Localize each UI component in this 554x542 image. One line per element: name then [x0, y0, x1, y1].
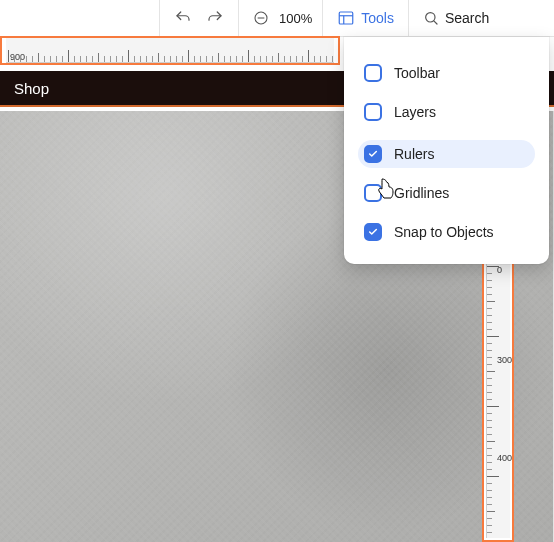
zoom-group: 100% [239, 0, 323, 36]
tools-item-rulers[interactable]: Rulers [358, 140, 535, 168]
v-ruler-label: 0 [497, 265, 502, 275]
search-button[interactable]: Search [419, 0, 493, 37]
tools-dropdown: ToolbarLayers RulersGridlinesSnap to Obj… [344, 37, 549, 264]
tools-item-snap-to-objects[interactable]: Snap to Objects [358, 218, 535, 246]
svg-rect-2 [340, 12, 354, 24]
tools-item-label: Gridlines [394, 185, 449, 201]
history-group [160, 0, 239, 36]
checkbox-icon [364, 184, 382, 202]
svg-line-6 [434, 21, 437, 24]
tools-item-toolbar[interactable]: Toolbar [358, 59, 535, 87]
panel-icon [337, 9, 355, 27]
v-ruler-label: 300 [497, 355, 512, 365]
checkbox-icon [364, 103, 382, 121]
search-group: Search [409, 0, 503, 36]
horizontal-ruler: 900 [6, 38, 334, 63]
tools-item-label: Toolbar [394, 65, 440, 81]
v-ruler-label: 400 [497, 453, 512, 463]
checkbox-icon [364, 223, 382, 241]
tools-item-label: Rulers [394, 146, 434, 162]
tools-button-label: Tools [361, 10, 394, 26]
zoom-out-button[interactable] [249, 0, 273, 37]
search-icon [423, 10, 439, 26]
tools-item-label: Layers [394, 104, 436, 120]
vertical-ruler: 0300400 [486, 262, 510, 538]
zoom-level[interactable]: 100% [279, 11, 312, 26]
vertical-ruler-highlight: 0300400 [482, 258, 514, 542]
tools-group: Tools [323, 0, 409, 36]
zoom-out-icon [253, 10, 269, 26]
undo-icon [174, 9, 192, 27]
redo-button[interactable] [202, 0, 228, 37]
search-button-label: Search [445, 10, 489, 26]
undo-button[interactable] [170, 0, 196, 37]
redo-icon [206, 9, 224, 27]
tools-item-label: Snap to Objects [394, 224, 494, 240]
toolbar-left-spacer [0, 0, 160, 36]
tools-button[interactable]: Tools [333, 0, 398, 37]
tools-item-layers[interactable]: Layers [358, 98, 535, 126]
h-ruler-label: 900 [10, 52, 25, 62]
tools-item-gridlines[interactable]: Gridlines [358, 179, 535, 207]
top-toolbar: 100% Tools Search [0, 0, 554, 37]
shop-nav-link[interactable]: Shop [14, 80, 49, 97]
checkbox-icon [364, 64, 382, 82]
checkbox-icon [364, 145, 382, 163]
horizontal-ruler-highlight: 900 [0, 36, 340, 65]
